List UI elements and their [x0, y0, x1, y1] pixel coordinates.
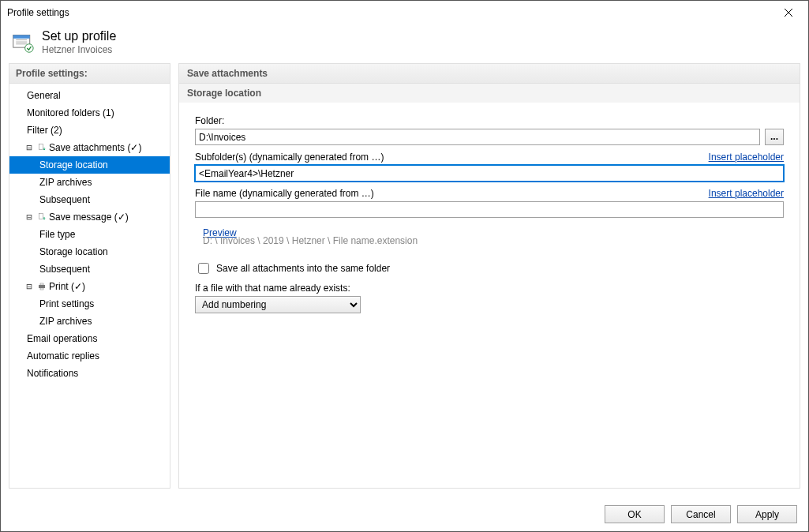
titlebar: Profile settings	[1, 1, 808, 24]
sidebar-item-label: Email operations	[27, 330, 97, 347]
sidebar-item-label: Subsequent	[39, 191, 90, 208]
sidebar-item-label: General	[27, 87, 61, 104]
svg-rect-9	[39, 214, 43, 219]
sidebar-item[interactable]: ZIP archives	[9, 313, 170, 330]
sidebar-item-label: Storage location	[39, 243, 108, 260]
sidebar-item[interactable]: Print settings	[9, 295, 170, 313]
sidebar-item[interactable]: Storage location	[9, 243, 170, 260]
section-subtitle: Storage location	[179, 84, 800, 103]
page-subtitle: Hetzner Invoices	[42, 44, 116, 55]
page-title: Set up profile	[42, 29, 116, 43]
sidebar-item[interactable]: ⊟Save message (✓)	[9, 208, 170, 226]
profile-settings-dialog: Profile settings Set up profile Hetzner	[0, 0, 809, 532]
svg-rect-3	[13, 35, 30, 38]
main-panel: Save attachments Storage location Folder…	[178, 63, 800, 489]
filename-input[interactable]	[195, 201, 784, 218]
sidebar-item[interactable]: Filter (2)	[9, 122, 170, 139]
sidebar-item-label: Print settings	[39, 295, 94, 313]
sidebar-item-label: Save attachments (✓)	[49, 139, 141, 156]
dialog-footer: OK Cancel Apply	[1, 496, 808, 531]
sidebar-item-label: ZIP archives	[39, 174, 92, 191]
exists-label: If a file with that name already exists:	[195, 283, 784, 294]
sidebar-item[interactable]: Monitored folders (1)	[9, 104, 170, 122]
sidebar-item[interactable]: ZIP archives	[9, 174, 170, 191]
expand-icon: ⊟	[25, 208, 33, 226]
sidebar-item-label: File type	[39, 226, 75, 243]
sidebar-item[interactable]: General	[9, 87, 170, 104]
sidebar-item-label: Subsequent	[39, 260, 90, 278]
folder-label: Folder:	[195, 115, 784, 126]
sidebar-item-label: Storage location	[39, 156, 108, 174]
sidebar-item[interactable]: Automatic replies	[9, 347, 170, 365]
svg-rect-8	[39, 144, 43, 150]
svg-rect-12	[40, 288, 43, 290]
sidebar-item-label: Monitored folders (1)	[27, 104, 114, 122]
subfolder-insert-placeholder-link[interactable]: Insert placeholder	[709, 152, 784, 163]
sidebar-item-label: ZIP archives	[39, 313, 92, 330]
svg-rect-10	[39, 285, 45, 288]
browse-button[interactable]: ...	[765, 129, 784, 145]
exists-select[interactable]: Add numbering	[195, 296, 361, 313]
sidebar-item[interactable]: Notifications	[9, 365, 170, 382]
preview-path: D: \ Invoices \ 2019 \ Hetzner \ File na…	[195, 235, 784, 246]
sidebar-item-label: Filter (2)	[27, 122, 62, 139]
sidebar-item-label: Notifications	[27, 365, 78, 382]
expand-icon: ⊟	[25, 278, 33, 295]
document-icon	[38, 144, 46, 152]
sidebar-item[interactable]: ⊟Save attachments (✓)	[9, 139, 170, 156]
expand-icon: ⊟	[25, 139, 33, 156]
sidebar-title: Profile settings:	[9, 64, 170, 84]
window-title: Profile settings	[7, 7, 69, 18]
close-button[interactable]	[775, 4, 802, 21]
svg-rect-11	[40, 283, 43, 285]
apply-button[interactable]: Apply	[737, 505, 797, 523]
profile-icon	[12, 32, 34, 54]
ok-button[interactable]: OK	[605, 505, 665, 523]
sidebar: Profile settings: GeneralMonitored folde…	[9, 63, 170, 489]
sidebar-item-label: Automatic replies	[27, 347, 99, 365]
sidebar-tree: GeneralMonitored folders (1)Filter (2)⊟S…	[9, 84, 170, 385]
svg-point-7	[25, 43, 34, 52]
sidebar-item[interactable]: Subsequent	[9, 191, 170, 208]
same-folder-checkbox[interactable]	[198, 263, 209, 274]
cancel-button[interactable]: Cancel	[671, 505, 731, 523]
sidebar-item[interactable]: ⊟Print (✓)	[9, 278, 170, 295]
close-icon	[784, 8, 793, 17]
filename-insert-placeholder-link[interactable]: Insert placeholder	[709, 188, 784, 199]
sidebar-item[interactable]: Storage location	[9, 156, 170, 174]
subfolder-input[interactable]	[195, 165, 784, 182]
document-icon	[38, 213, 46, 221]
sidebar-item-label: Save message (✓)	[49, 208, 129, 226]
sidebar-item[interactable]: File type	[9, 226, 170, 243]
filename-label: File name (dynamically generated from …)	[195, 188, 374, 199]
folder-input[interactable]	[195, 129, 760, 145]
sidebar-item[interactable]: Email operations	[9, 330, 170, 347]
sidebar-item[interactable]: Subsequent	[9, 260, 170, 278]
subfolder-label: Subfolder(s) (dynamically generated from…	[195, 152, 384, 163]
printer-icon	[38, 283, 46, 290]
same-folder-label: Save all attachments into the same folde…	[216, 263, 390, 274]
profile-header: Set up profile Hetzner Invoices	[1, 24, 808, 63]
sidebar-item-label: Print (✓)	[49, 278, 85, 295]
section-title: Save attachments	[179, 64, 800, 84]
